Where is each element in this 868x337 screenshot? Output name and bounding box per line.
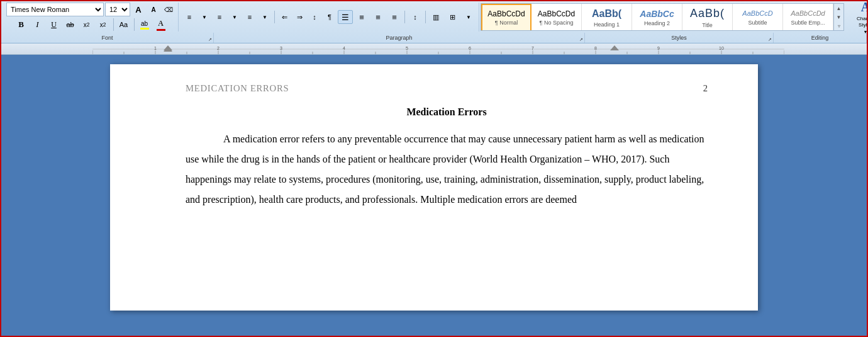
font-name-dropdown[interactable]: Times New Roman — [6, 3, 104, 16]
paragraph-section: ≡ ▼ ≡ ▼ ≡ ▼ ⇐ ⇒ ↕ ¶ ☰ ≡ ≡ ≡ ↕ ▥ — [180, 3, 479, 31]
document-title: Medication Errors — [186, 106, 708, 118]
multilevel-dropdown[interactable]: ▼ — [258, 10, 272, 24]
ribbon-top: Times New Roman 12 A A ⌫ B I U ab x2 x2 … — [1, 1, 867, 33]
font-label: Font ↗ — [1, 33, 214, 43]
style-heading1-label: Heading 1 — [594, 21, 620, 28]
sort-btn[interactable]: ↕ — [308, 10, 321, 24]
svg-text:9: 9 — [657, 46, 660, 50]
italic-btn[interactable]: I — [30, 18, 45, 31]
increase-indent-btn[interactable]: ⇒ — [292, 10, 306, 24]
style-no-spacing-label: ¶ No Spacing — [540, 20, 574, 26]
style-subtle-emphasis-label: Subtle Emp... — [791, 20, 825, 26]
strikethrough-btn[interactable]: ab — [63, 18, 78, 31]
numbering-dropdown[interactable]: ▼ — [228, 10, 242, 24]
svg-text:7: 7 — [531, 46, 534, 50]
page-header: MEDICATION ERRORS 2 — [186, 83, 708, 94]
svg-text:10: 10 — [719, 46, 724, 50]
clear-format-btn[interactable]: ⌫ — [162, 3, 175, 16]
svg-text:2: 2 — [217, 46, 220, 50]
style-heading2[interactable]: AaBbCc Heading 2 — [632, 4, 682, 31]
bullets-btn[interactable]: ≡ — [182, 10, 196, 24]
change-styles-label: ChangeStyles — [857, 16, 868, 28]
style-title-preview: AaBb( — [690, 7, 725, 21]
font-section: Times New Roman 12 A A ⌫ B I U ab x2 x2 … — [4, 3, 179, 31]
numbering-btn[interactable]: ≡ — [213, 10, 226, 24]
border-btn[interactable]: ⊞ — [445, 10, 460, 24]
gallery-scroll-up[interactable]: ▲ — [834, 4, 843, 13]
page-number: 2 — [703, 83, 708, 94]
svg-text:3: 3 — [280, 46, 282, 50]
running-head: MEDICATION ERRORS — [186, 83, 289, 94]
paragraph-expand-icon[interactable]: ↗ — [579, 37, 583, 42]
para-row1: ≡ ▼ ≡ ▼ ≡ ▼ ⇐ ⇒ ↕ ¶ — [182, 10, 337, 24]
font-size-dropdown[interactable]: 12 — [105, 3, 130, 16]
styles-section: AaBbCcDd ¶ Normal AaBbCcDd ¶ No Spacing … — [481, 3, 868, 31]
svg-text:4: 4 — [343, 46, 345, 50]
styles-label: Styles ↗ — [585, 33, 774, 43]
decrease-indent-btn[interactable]: ⇐ — [277, 10, 291, 24]
style-normal-label: ¶ Normal — [495, 20, 518, 26]
sep3 — [274, 11, 275, 23]
style-heading2-label: Heading 2 — [644, 20, 670, 26]
font-row2: B I U ab x2 x2 Aa ab A — [14, 18, 169, 31]
border-dropdown[interactable]: ▼ — [461, 10, 476, 24]
style-subtitle-preview: AaBbCcD — [742, 9, 772, 18]
bullets-dropdown[interactable]: ▼ — [198, 10, 211, 24]
right-indent[interactable] — [610, 45, 619, 50]
editing-text: Editing — [811, 35, 829, 41]
page[interactable]: MEDICATION ERRORS 2 Medication Errors A … — [110, 64, 758, 311]
align-left-btn[interactable]: ☰ — [338, 10, 353, 24]
align-right-btn[interactable]: ≡ — [370, 10, 386, 24]
ruler-marks: 1 2 3 4 5 6 7 8 9 10 — [92, 43, 867, 54]
underline-btn[interactable]: U — [47, 18, 62, 31]
document-area: MEDICATION ERRORS 2 Medication Errors A … — [1, 55, 867, 320]
body-paragraph: A medication error refers to any prevent… — [186, 129, 708, 210]
ruler-svg: 1 2 3 4 5 6 7 8 9 10 — [92, 44, 784, 54]
styles-expand-icon[interactable]: ↗ — [768, 37, 772, 42]
subscript-btn[interactable]: x2 — [79, 18, 94, 31]
style-no-spacing-preview: AaBbCcDd — [538, 9, 575, 18]
style-subtitle-label: Subtitle — [748, 20, 767, 26]
bold-btn[interactable]: B — [14, 18, 29, 31]
font-grow-btn[interactable]: A — [131, 3, 145, 16]
text-case-btn[interactable]: Aa — [116, 18, 131, 31]
svg-text:1: 1 — [154, 46, 157, 50]
style-no-spacing[interactable]: AaBbCcDd ¶ No Spacing — [531, 4, 582, 31]
svg-text:8: 8 — [594, 46, 597, 50]
sep4 — [404, 11, 405, 23]
change-styles-btn[interactable]: A ChangeStyles ▼ — [848, 3, 868, 31]
gallery-scroll[interactable]: ▲ ▼ ▿ — [833, 4, 843, 30]
ribbon: Times New Roman 12 A A ⌫ B I U ab x2 x2 … — [1, 1, 867, 43]
style-heading2-preview: AaBbCc — [640, 9, 674, 20]
font-expand-icon[interactable]: ↗ — [208, 37, 212, 42]
multilevel-btn[interactable]: ≡ — [243, 10, 257, 24]
style-subtle-emphasis[interactable]: AaBbCcDd Subtle Emp... — [783, 4, 833, 31]
gallery-scroll-down[interactable]: ▼ — [834, 13, 843, 21]
sep1 — [113, 18, 114, 31]
style-title-label: Title — [702, 22, 713, 28]
highlight-btn[interactable]: ab — [137, 18, 152, 31]
font-shrink-btn[interactable]: A — [147, 3, 160, 16]
style-normal-preview: AaBbCcDd — [487, 9, 525, 18]
gallery-scroll-more[interactable]: ▿ — [834, 21, 843, 30]
ruler: 1 2 3 4 5 6 7 8 9 10 — [1, 43, 867, 55]
shading-btn[interactable]: ▥ — [428, 10, 443, 24]
style-heading1[interactable]: AaBb( Heading 1 — [582, 4, 632, 31]
style-heading1-preview: AaBb( — [592, 8, 621, 20]
sep2 — [134, 18, 135, 31]
para-row2: ☰ ≡ ≡ ≡ ↕ ▥ ⊞ ▼ — [338, 10, 476, 24]
font-row1: Times New Roman 12 A A ⌫ — [6, 3, 175, 16]
style-subtitle[interactable]: AaBbCcD Subtitle — [733, 4, 783, 31]
show-marks-btn[interactable]: ¶ — [323, 10, 337, 24]
style-subtle-emphasis-preview: AaBbCcDd — [791, 9, 825, 18]
style-title[interactable]: AaBb( Title — [682, 4, 733, 31]
change-styles-icon: A — [861, 0, 868, 14]
justify-btn[interactable]: ≡ — [387, 10, 402, 24]
superscript-btn[interactable]: x2 — [96, 18, 111, 31]
line-spacing-btn[interactable]: ↕ — [408, 10, 423, 24]
editing-label: Editing — [774, 33, 867, 43]
style-normal[interactable]: AaBbCcDd ¶ Normal — [481, 4, 531, 31]
align-center-btn[interactable]: ≡ — [354, 10, 369, 24]
font-color-btn[interactable]: A — [153, 18, 169, 31]
svg-text:6: 6 — [469, 46, 471, 50]
